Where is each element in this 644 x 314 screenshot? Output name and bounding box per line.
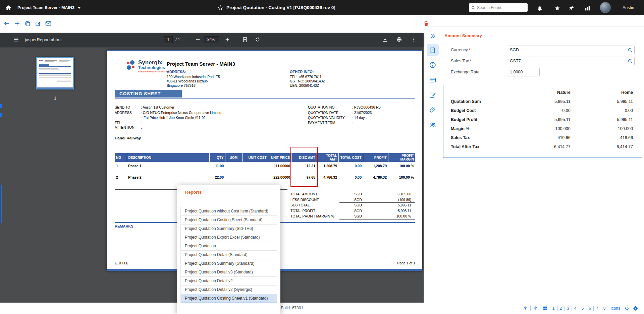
- user-avatar[interactable]: [600, 2, 611, 13]
- report-option[interactable]: Project Quotation Summary (Standard): [180, 259, 277, 268]
- copy-record-button[interactable]: [23, 19, 32, 27]
- collapsed-panel-handle[interactable]: [0, 104, 2, 108]
- thumb-decoration: [57, 81, 71, 82]
- page-number-input[interactable]: [164, 36, 173, 43]
- quick-icon-grid[interactable]: [540, 306, 550, 311]
- collapsed-panel-handle[interactable]: [0, 113, 2, 117]
- summary-nature-value: 5,995.11: [516, 97, 570, 106]
- amount-summary-table: Nature Home Quotation Sum5,995.115,995.1…: [443, 88, 642, 151]
- email-report-button[interactable]: [44, 19, 52, 27]
- tab-edit-note[interactable]: [427, 89, 439, 101]
- fit-to-page-icon[interactable]: [241, 36, 249, 44]
- total-amount: (109.89): [374, 198, 415, 202]
- amount-summary-title: Amount Summary: [444, 33, 482, 38]
- zoom-in-icon[interactable]: [223, 36, 231, 44]
- favorite-star-icon[interactable]: [217, 5, 223, 11]
- doc-address-line: 190 Woodlands Industrial Park E5: [167, 75, 220, 79]
- collapsed-panel-edge[interactable]: [1, 185, 2, 223]
- report-option[interactable]: Project Quotation without Cost Item (Sta…: [180, 207, 277, 216]
- search-input[interactable]: [477, 5, 526, 10]
- statusbar-link-6[interactable]: 6: [586, 306, 594, 311]
- new-record-button[interactable]: [13, 19, 21, 27]
- currency-lookup-icon[interactable]: [627, 47, 633, 53]
- sales-tax-label: Sales Tax*: [451, 59, 472, 63]
- currency-input[interactable]: [507, 46, 635, 54]
- quick-icon-2[interactable]: [531, 306, 540, 311]
- summary-label: Margin %: [443, 124, 516, 133]
- edit-record-button[interactable]: [34, 19, 42, 27]
- reports-list: Project Quotation without Cost Item (Sta…: [180, 207, 277, 303]
- zoom-level-select[interactable]: 84%: [204, 36, 219, 43]
- cell-unit-cost: [242, 162, 268, 173]
- total-label: LESS DISCOUNT: [290, 198, 354, 202]
- home-button[interactable]: [4, 3, 13, 12]
- report-option[interactable]: Project Quotation Export Excel (Standard…: [180, 233, 277, 242]
- back-button[interactable]: [3, 19, 11, 27]
- statusbar-link-3[interactable]: 3: [565, 306, 572, 311]
- cost-items-table: NO DESCRIPTION QTY UOM UNIT COST UNIT PR…: [115, 153, 415, 185]
- page-footer: Page 1 of 1: [382, 261, 415, 265]
- tab-attachments[interactable]: [427, 104, 439, 116]
- report-option[interactable]: Project Quotation Detail.v2 (Synergix): [180, 285, 277, 294]
- page-thumbnail[interactable]: [36, 57, 74, 89]
- exchange-rate-label: Exchange Rate: [451, 70, 479, 74]
- expand-panel-button[interactable]: [427, 30, 439, 42]
- thumb-decoration: [39, 64, 49, 66]
- print-icon[interactable]: [395, 36, 403, 44]
- download-icon[interactable]: [381, 36, 389, 44]
- col-header-unit-price: UNIT PRICE: [268, 153, 291, 162]
- disc-amt-highlight-box: [290, 147, 318, 187]
- total-row: LESS DISCOUNTSGD(109.89): [290, 197, 415, 203]
- app-switcher[interactable]: Project Team Server - MAIN3: [17, 0, 81, 15]
- quick-icon-1[interactable]: [521, 306, 531, 311]
- report-option-selected[interactable]: Project Quotation Costing Sheet.v1 (Stan…: [180, 294, 277, 303]
- statusbar-link-4[interactable]: 4: [572, 306, 579, 311]
- doc-address-line: Singapore 757516: [167, 83, 196, 87]
- rotate-page-icon[interactable]: [254, 36, 262, 44]
- statusbar-link-2[interactable]: 2: [557, 306, 565, 311]
- amount-summary-table-box: Nature Home Quotation Sum5,995.115,995.1…: [443, 85, 642, 158]
- favorites-star-icon[interactable]: [553, 4, 561, 12]
- tab-contacts[interactable]: [427, 119, 439, 131]
- statusbar-link-7[interactable]: 7: [594, 306, 601, 311]
- exchange-rate-input[interactable]: [507, 68, 540, 76]
- report-option[interactable]: Project Quotation Costing Sheet (Standar…: [180, 215, 277, 225]
- chevrons-right-icon: [429, 33, 436, 40]
- report-option[interactable]: Project Quotation Detail (Standard): [180, 250, 277, 259]
- total-currency: SGD: [354, 214, 374, 218]
- cell-profit: 4,786.32: [363, 173, 388, 185]
- dashboard-chart-icon[interactable]: [584, 4, 591, 12]
- user-name[interactable]: Austin: [623, 0, 634, 15]
- col-header-no: NO: [115, 153, 127, 162]
- payment-term-value: :: [352, 121, 353, 125]
- send-attention-label: ATTENTION: [115, 125, 141, 129]
- sales-tax-lookup-icon[interactable]: [627, 58, 633, 64]
- statusbar-link-1[interactable]: 1: [550, 306, 557, 311]
- report-option[interactable]: Project Quotation Summary (Std-TH6): [180, 224, 277, 233]
- report-option[interactable]: Project Quotation Detail.v2: [180, 276, 277, 286]
- notifications-bell-icon[interactable]: [536, 4, 543, 12]
- tab-quotation-document[interactable]: [427, 44, 439, 56]
- refresh-icon[interactable]: [623, 306, 631, 311]
- total-row: TOTAL PROFITSGD5,995.11: [290, 208, 415, 214]
- more-options-icon[interactable]: [409, 36, 417, 44]
- pinned-items-icon[interactable]: [568, 4, 575, 12]
- cell-qty: 11.00: [209, 162, 225, 173]
- summary-header-nature: Nature: [516, 88, 570, 97]
- report-option[interactable]: Project Quotation Detail.v3 (Standard): [180, 268, 277, 277]
- costing-sheet-banner: COSTING SHEET: [115, 90, 182, 98]
- search-icon: [471, 5, 476, 10]
- statusbar-link-icons[interactable]: Icons: [608, 306, 623, 311]
- totals-block: TOTAL AMOUNTSGD6,105.00 LESS DISCOUNTSGD…: [290, 191, 415, 222]
- thumb-decoration: [45, 60, 57, 61]
- sidebar-toggle-icon[interactable]: [12, 36, 20, 44]
- sales-tax-input[interactable]: [507, 57, 635, 65]
- zoom-out-icon[interactable]: [194, 36, 202, 44]
- statusbar-link-8[interactable]: 8: [601, 306, 608, 311]
- tab-information[interactable]: [427, 59, 439, 71]
- invoice-document-icon: [429, 46, 436, 54]
- settings-gear-icon[interactable]: [631, 306, 640, 311]
- report-option[interactable]: Project Quotation: [180, 242, 277, 251]
- statusbar-link-5[interactable]: 5: [579, 306, 587, 311]
- tab-payment[interactable]: [427, 74, 439, 86]
